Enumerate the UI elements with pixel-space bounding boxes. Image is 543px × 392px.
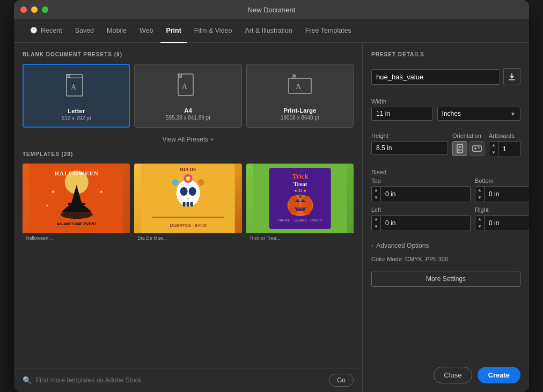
artboard-increment-button[interactable]: ▲ <box>489 142 498 149</box>
bleed-top-bottom-row: Top ▲ ▼ Bottom ▲ <box>371 177 520 202</box>
bleed-label: Bleed <box>371 169 520 175</box>
bleed-right-stepper: ▲ ▼ <box>475 216 485 231</box>
search-input[interactable] <box>36 376 325 384</box>
bleed-top-decrement[interactable]: ▼ <box>372 194 380 202</box>
go-button[interactable]: Go <box>329 374 354 387</box>
nav-item-free[interactable]: Free Templates <box>300 19 357 43</box>
save-icon <box>508 72 516 81</box>
window: New Document 🕐 Recent Saved Mobile Web P… <box>14 0 529 392</box>
bleed-bottom-input[interactable] <box>485 188 529 201</box>
preset-icon-print-large: A <box>287 73 313 103</box>
bleed-left-input[interactable] <box>381 217 470 230</box>
height-input[interactable] <box>372 142 447 154</box>
svg-text:★: ★ <box>51 189 55 194</box>
nav-item-mobile[interactable]: Mobile <box>101 19 132 43</box>
bleed-top-stepper: ▲ ▼ <box>372 187 381 202</box>
bleed-top-increment[interactable]: ▲ <box>372 187 380 194</box>
document-name-input[interactable] <box>371 69 500 85</box>
advanced-options-row[interactable]: › Advanced Options <box>371 242 520 249</box>
template-card-halloween[interactable]: HALLOWEEN ★ ★ ★ AN AWESOME EVENT Hallowe… <box>23 164 130 243</box>
svg-rect-53 <box>478 149 480 149</box>
nav-item-web[interactable]: Web <box>134 19 158 43</box>
preset-card-print-large[interactable]: A Print-Large 19008 x 8640 pt <box>246 64 354 128</box>
template-thumb-halloween: HALLOWEEN ★ ★ ★ AN AWESOME EVENT <box>23 164 130 233</box>
svg-text:MUERTOS · BAND: MUERTOS · BAND <box>170 223 207 228</box>
bleed-left-right-row: Left ▲ ▼ Right <box>371 206 520 231</box>
svg-line-5 <box>178 74 181 77</box>
view-all-text[interactable]: View All Presets + <box>162 136 214 143</box>
svg-text:DIA DE: DIA DE <box>180 167 197 172</box>
more-settings-button[interactable]: More Settings <box>371 271 520 287</box>
artboard-stepper: ▲ ▼ <box>489 141 520 157</box>
width-input[interactable] <box>372 107 432 120</box>
save-preset-button[interactable] <box>503 68 520 85</box>
units-dropdown[interactable]: Inches ▼ <box>437 107 520 121</box>
close-traffic-light[interactable] <box>20 6 27 13</box>
preset-card-a4[interactable]: A A4 595.28 x 841.89 pt <box>134 64 241 128</box>
svg-point-26 <box>186 176 190 181</box>
nav-label-saved: Saved <box>75 27 94 34</box>
nav-item-film[interactable]: Film & Video <box>189 19 238 43</box>
bleed-left-stepper: ▲ ▼ <box>372 216 381 231</box>
artboard-input[interactable] <box>498 143 520 156</box>
preset-card-letter[interactable]: A Letter 612 x 792 pt <box>23 64 130 128</box>
svg-point-21 <box>189 187 196 196</box>
svg-line-1 <box>67 75 70 78</box>
view-all-link[interactable]: View All Presets + <box>23 134 354 144</box>
svg-rect-49 <box>458 150 460 151</box>
nav-label-film: Film & Video <box>194 27 232 34</box>
bleed-top-input[interactable] <box>381 188 470 201</box>
svg-rect-40 <box>299 194 301 198</box>
nav-item-saved[interactable]: Saved <box>70 19 99 43</box>
artboard-stepper-buttons: ▲ ▼ <box>489 142 498 157</box>
presets-section-title: BLANK DOCUMENT PRESETS (9) <box>23 51 354 57</box>
svg-point-51 <box>474 147 476 150</box>
name-row <box>371 68 520 85</box>
bleed-bottom-stepper: ▲ ▼ <box>475 187 485 202</box>
height-label: Height <box>371 132 448 139</box>
nav-item-print[interactable]: Print <box>160 19 186 43</box>
svg-rect-39 <box>302 208 304 211</box>
maximize-traffic-light[interactable] <box>42 6 48 13</box>
search-icon: 🔍 <box>23 376 32 384</box>
svg-rect-22 <box>183 202 186 206</box>
units-chevron-icon: ▼ <box>510 111 516 117</box>
template-card-trick[interactable]: Trick Treat ★ 31 ★ HAUNT · SCARE · PARTY… <box>246 164 354 243</box>
landscape-orientation-button[interactable] <box>469 141 485 156</box>
close-button[interactable]: Close <box>434 367 472 383</box>
svg-point-27 <box>172 179 179 186</box>
templates-section: TEMPLATES (29) <box>23 151 354 243</box>
template-card-muertos[interactable]: DIA DE MUERTOS · BAND Dia De Mue... <box>134 164 241 243</box>
nav-label-recent: Recent <box>41 27 62 34</box>
preset-name-print-large: Print-Large <box>251 107 349 114</box>
bleed-left-wrap: ▲ ▼ <box>371 215 471 231</box>
minimize-traffic-light[interactable] <box>31 6 38 13</box>
nav-item-recent[interactable]: 🕐 Recent <box>25 19 68 43</box>
preset-dims-letter: 612 x 792 pt <box>28 115 124 121</box>
portrait-orientation-button[interactable] <box>452 141 467 156</box>
bleed-right-increment[interactable]: ▲ <box>475 216 484 223</box>
orientation-label: Orientation <box>452 132 485 139</box>
units-label: Inches <box>442 110 461 117</box>
templates-section-title: TEMPLATES (29) <box>23 151 354 157</box>
window-title: New Document <box>248 6 296 14</box>
preset-icon-a4: A <box>175 73 201 103</box>
bleed-left-decrement[interactable]: ▼ <box>372 223 380 231</box>
artboards-label: Artboards <box>489 132 520 139</box>
svg-rect-24 <box>190 202 193 206</box>
bleed-left-group: Left ▲ ▼ <box>371 206 471 231</box>
svg-text:A: A <box>296 83 302 91</box>
traffic-lights <box>20 6 48 13</box>
svg-text:AN AWESOME EVENT: AN AWESOME EVENT <box>57 222 97 226</box>
nav-item-art[interactable]: Art & Illustration <box>240 19 298 43</box>
nav-label-free: Free Templates <box>305 27 351 34</box>
color-mode-row: Color Mode: CMYK, PPI: 300 <box>371 256 520 262</box>
svg-text:A: A <box>182 83 188 91</box>
bleed-right-input[interactable] <box>485 217 529 230</box>
bleed-left-increment[interactable]: ▲ <box>372 216 380 223</box>
bleed-right-decrement[interactable]: ▼ <box>475 223 484 231</box>
create-button[interactable]: Create <box>478 367 520 383</box>
bleed-bottom-increment[interactable]: ▲ <box>475 187 484 194</box>
bleed-bottom-decrement[interactable]: ▼ <box>475 194 484 202</box>
artboard-decrement-button[interactable]: ▼ <box>489 149 498 157</box>
